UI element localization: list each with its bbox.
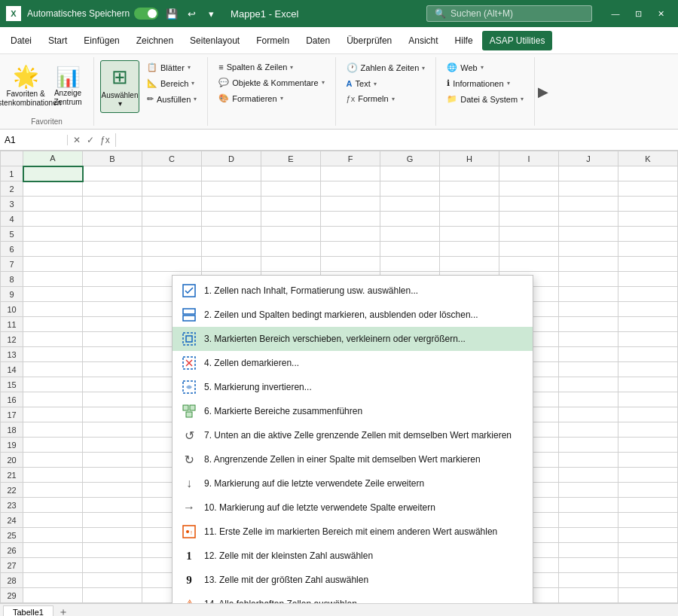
minimize-button[interactable]: — <box>604 0 627 27</box>
dropdown-item-13[interactable]: 9 13. Zelle mit der größten Zahl auswähl… <box>173 568 533 592</box>
cell-G3[interactable] <box>380 197 440 212</box>
cell-B26[interactable] <box>83 543 142 558</box>
cell-J23[interactable] <box>559 498 618 513</box>
cell-D1[interactable] <box>202 166 261 181</box>
cell-J18[interactable] <box>559 422 618 438</box>
cell-J14[interactable] <box>559 362 618 377</box>
cell-J12[interactable] <box>559 332 618 347</box>
cell-J25[interactable] <box>559 528 618 543</box>
cell-K11[interactable] <box>618 317 678 332</box>
cell-J6[interactable] <box>559 242 618 257</box>
cell-C3[interactable] <box>142 197 202 212</box>
menu-ueberpruefen[interactable]: Überprüfen <box>339 31 399 50</box>
formula-cancel-icon[interactable]: ✕ <box>71 133 83 147</box>
search-box[interactable]: 🔍 Suchen (Alt+M) <box>426 5 592 22</box>
menu-seitenlayout[interactable]: Seitenlayout <box>182 31 247 50</box>
restore-button[interactable]: ⊡ <box>627 0 649 27</box>
cell-A12[interactable] <box>23 332 83 347</box>
cell-I2[interactable] <box>499 181 559 197</box>
cell-G7[interactable] <box>380 257 440 272</box>
cell-I6[interactable] <box>499 242 559 257</box>
cell-C2[interactable] <box>142 181 202 197</box>
cell-D6[interactable] <box>202 242 261 257</box>
cell-K23[interactable] <box>618 498 678 513</box>
cell-K27[interactable] <box>618 558 678 573</box>
cell-J1[interactable] <box>559 166 618 181</box>
dropdown-item-9[interactable]: ↓ 9. Markierung auf die letzte verwendet… <box>173 471 533 496</box>
cell-G6[interactable] <box>380 242 440 257</box>
cell-B29[interactable] <box>83 588 142 603</box>
cell-H5[interactable] <box>440 227 499 242</box>
cell-J28[interactable] <box>559 573 618 588</box>
text-button[interactable]: A Text ▾ <box>342 77 430 90</box>
dropdown-item-14[interactable]: ⚠ 14. Alle fehlerhaften Zellen auswählen <box>173 592 533 603</box>
dropdown-item-12[interactable]: 1 12. Zelle mit der kleinsten Zahl auswä… <box>173 544 533 568</box>
menu-datei[interactable]: Datei <box>3 31 39 50</box>
cell-A22[interactable] <box>23 483 83 498</box>
cell-C1[interactable] <box>142 166 202 181</box>
menu-einfuegen[interactable]: Einfügen <box>76 31 127 50</box>
cell-K16[interactable] <box>618 392 678 407</box>
cell-B9[interactable] <box>83 287 142 302</box>
cell-J10[interactable] <box>559 302 618 317</box>
cell-G4[interactable] <box>380 212 440 227</box>
cell-B3[interactable] <box>83 197 142 212</box>
auswaehlen-button[interactable]: ⊞ Auswählen▾ <box>100 60 139 113</box>
save-icon[interactable]: 💾 <box>164 6 179 21</box>
cell-B10[interactable] <box>83 302 142 317</box>
cell-K10[interactable] <box>618 302 678 317</box>
cell-B6[interactable] <box>83 242 142 257</box>
cell-B23[interactable] <box>83 498 142 513</box>
dropdown-item-5[interactable]: 5. Markierung invertieren... <box>173 375 533 399</box>
col-header-B[interactable]: B <box>83 151 142 166</box>
bereich-button[interactable]: 📐 Bereich ▾ <box>142 76 201 90</box>
col-header-I[interactable]: I <box>499 151 559 166</box>
cell-A14[interactable] <box>23 362 83 377</box>
cell-A5[interactable] <box>23 227 83 242</box>
cell-A28[interactable] <box>23 573 83 588</box>
cell-K12[interactable] <box>618 332 678 347</box>
add-sheet-button[interactable]: ＋ <box>58 605 69 617</box>
cell-A23[interactable] <box>23 498 83 513</box>
cell-B8[interactable] <box>83 272 142 287</box>
dropdown-item-1[interactable]: 1. Zellen nach Inhalt, Formatierung usw.… <box>173 279 533 303</box>
cell-A9[interactable] <box>23 287 83 302</box>
cell-K5[interactable] <box>618 227 678 242</box>
cell-K7[interactable] <box>618 257 678 272</box>
cell-E7[interactable] <box>261 257 321 272</box>
cell-F3[interactable] <box>321 197 380 212</box>
cell-F1[interactable] <box>321 166 380 181</box>
cell-K22[interactable] <box>618 483 678 498</box>
cell-J13[interactable] <box>559 347 618 362</box>
cell-J29[interactable] <box>559 588 618 603</box>
cell-A10[interactable] <box>23 302 83 317</box>
cell-K24[interactable] <box>618 513 678 528</box>
customize-icon[interactable]: ▾ <box>203 6 218 21</box>
cell-B27[interactable] <box>83 558 142 573</box>
cell-F2[interactable] <box>321 181 380 197</box>
cell-J16[interactable] <box>559 392 618 407</box>
cell-I1[interactable] <box>499 166 559 181</box>
cell-A8[interactable] <box>23 272 83 287</box>
formatieren-button[interactable]: 🎨 Formatieren ▾ <box>214 91 328 105</box>
cell-H3[interactable] <box>440 197 499 212</box>
cell-H2[interactable] <box>440 181 499 197</box>
cell-H6[interactable] <box>440 242 499 257</box>
menu-zeichnen[interactable]: Zeichnen <box>129 31 181 50</box>
cell-I7[interactable] <box>499 257 559 272</box>
cell-B17[interactable] <box>83 407 142 422</box>
cell-J4[interactable] <box>559 212 618 227</box>
cell-J5[interactable] <box>559 227 618 242</box>
cell-A21[interactable] <box>23 468 83 483</box>
cell-B4[interactable] <box>83 212 142 227</box>
menu-asap[interactable]: ASAP Utilities <box>482 31 553 50</box>
cell-B22[interactable] <box>83 483 142 498</box>
cell-I5[interactable] <box>499 227 559 242</box>
sheet-tab-1[interactable]: Tabelle1 <box>3 605 53 616</box>
cell-J24[interactable] <box>559 513 618 528</box>
cell-E2[interactable] <box>261 181 321 197</box>
cell-K6[interactable] <box>618 242 678 257</box>
undo-icon[interactable]: ↩ <box>184 6 199 21</box>
cell-K9[interactable] <box>618 287 678 302</box>
zahlen-button[interactable]: 🕐 Zahlen & Zeiten ▾ <box>342 60 430 75</box>
